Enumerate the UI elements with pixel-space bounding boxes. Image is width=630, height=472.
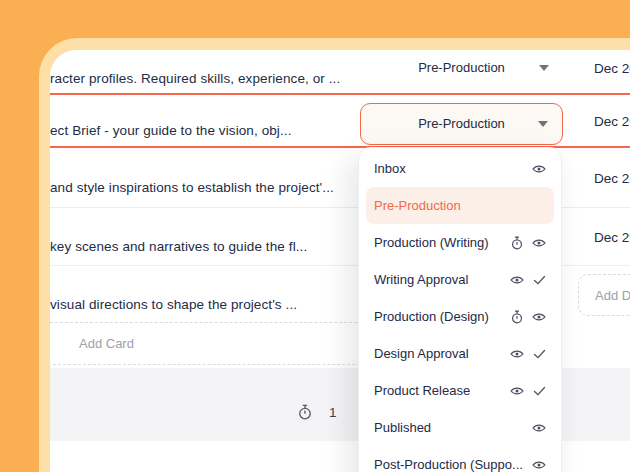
eye-icon	[532, 238, 546, 248]
stopwatch-icon	[298, 404, 312, 420]
due-date[interactable]: Dec 29	[594, 229, 630, 244]
dropdown-item-production-design[interactable]: Production (Design)	[366, 298, 554, 335]
table-row-selected: ect Brief - your guide to the vision, ob…	[50, 93, 630, 148]
card-title: racter profiles. Required skills, experi…	[50, 70, 340, 85]
check-icon	[533, 275, 546, 285]
stopwatch-icon	[511, 310, 523, 324]
check-icon	[533, 386, 546, 396]
eye-icon	[532, 423, 546, 433]
dropdown-item-published[interactable]: Published	[366, 409, 554, 446]
chevron-down-icon	[539, 65, 549, 71]
add-card-button[interactable]: Add Card	[50, 322, 395, 365]
eye-icon	[532, 164, 546, 174]
dropdown-item-product-release[interactable]: Product Release	[366, 372, 554, 409]
card-title: and style inspirations to establish the …	[50, 179, 334, 194]
table-row: racter profiles. Required skills, experi…	[50, 50, 630, 93]
chevron-down-icon	[538, 121, 548, 127]
eye-icon	[510, 386, 524, 396]
dropdown-item-production-writing[interactable]: Production (Writing)	[366, 224, 554, 261]
due-date[interactable]: Dec 22	[594, 170, 630, 185]
timer-count: 1	[329, 405, 337, 420]
card-title: visual directions to shape the project's…	[50, 297, 297, 312]
dropdown-item-post-production-support[interactable]: Post-Production (Suppo...	[366, 446, 554, 472]
dropdown-item-writing-approval[interactable]: Writing Approval	[366, 261, 554, 298]
add-due-date-button[interactable]: Add D	[578, 274, 630, 316]
dropdown-item-design-approval[interactable]: Design Approval	[366, 335, 554, 372]
status-dropdown-trigger[interactable]: Pre-Production	[360, 50, 563, 89]
dropdown-item-inbox[interactable]: Inbox	[366, 150, 554, 187]
eye-icon	[510, 349, 524, 359]
timer-summary: 1	[298, 404, 337, 420]
card-title: key scenes and narratives to guide the f…	[50, 238, 307, 253]
check-icon	[533, 349, 546, 359]
due-date[interactable]: Dec 26	[594, 113, 630, 128]
card-title: ect Brief - your guide to the vision, ob…	[50, 122, 292, 137]
status-dropdown-trigger-open[interactable]: Pre-Production	[360, 103, 563, 145]
stopwatch-icon	[511, 236, 523, 250]
status-dropdown-menu: Inbox Pre-Production Production (Writing…	[358, 147, 562, 472]
eye-icon	[532, 460, 546, 470]
due-date[interactable]: Dec 20	[594, 60, 630, 75]
eye-icon	[532, 312, 546, 322]
dropdown-item-pre-production[interactable]: Pre-Production	[366, 187, 554, 224]
app-window: racter profiles. Required skills, experi…	[50, 50, 630, 472]
eye-icon	[510, 275, 524, 285]
